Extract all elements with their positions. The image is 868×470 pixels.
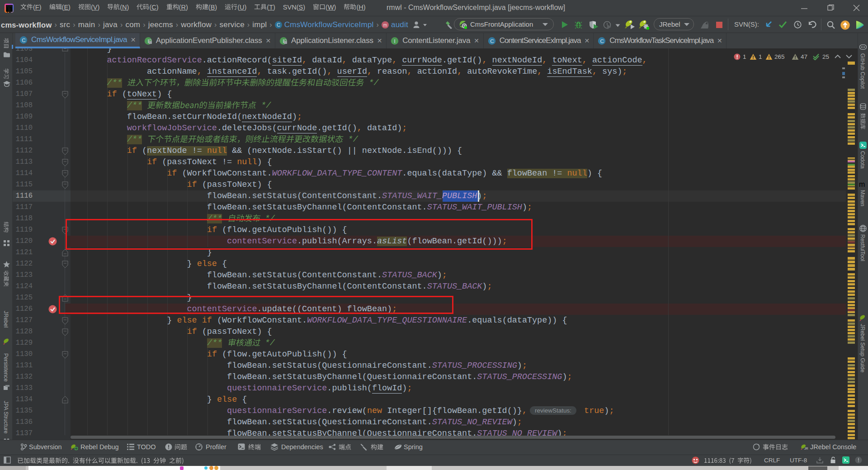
svg-text:C: C: [277, 22, 280, 28]
svg-text:C: C: [22, 37, 25, 43]
svg-text:I: I: [394, 38, 396, 43]
svg-text:JR: JR: [804, 447, 808, 450]
svg-text:C: C: [490, 38, 494, 43]
svg-text:m: m: [383, 23, 387, 28]
svg-text:C: C: [600, 38, 604, 43]
